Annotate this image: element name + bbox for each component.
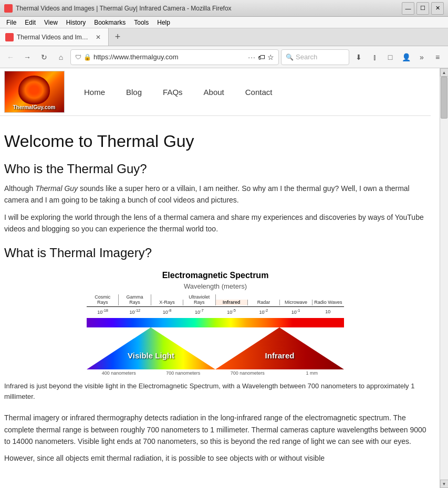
nav-about[interactable]: About xyxy=(193,83,235,101)
menu-bookmarks[interactable]: Bookmarks xyxy=(90,18,130,27)
window-title: Thermal Videos and Images | Thermal Guy|… xyxy=(16,5,232,12)
url-text[interactable]: https://www.thermalguy.com xyxy=(93,53,246,61)
hamburger-menu[interactable]: ≡ xyxy=(430,50,445,65)
num-4: 10-7 xyxy=(183,308,215,315)
label-infrared: Infrared xyxy=(216,300,248,305)
security-icon: 🛡 xyxy=(75,54,81,61)
triangle-container: Visible Light xyxy=(87,327,344,369)
para1-italic: Thermal Guy xyxy=(35,184,78,193)
active-tab[interactable]: Thermal Videos and Images | T ✕ xyxy=(0,28,109,46)
page-content: ThermalGuy.com Home Blog FAQs About Cont… xyxy=(0,68,440,488)
download-icon[interactable]: ⬇ xyxy=(351,50,366,65)
back-button[interactable]: ← xyxy=(3,50,18,65)
site-wrapper: ThermalGuy.com Home Blog FAQs About Cont… xyxy=(0,68,431,480)
main-content: Welcome to Thermal Guy Who is the Therma… xyxy=(0,116,431,480)
num-6: 10-2 xyxy=(247,308,279,315)
menu-help[interactable]: Help xyxy=(153,18,174,27)
label-microwave: Microwave xyxy=(280,300,312,305)
bottom-label-1: 400 nanometers xyxy=(87,370,151,376)
menu-edit[interactable]: Edit xyxy=(20,18,40,27)
tab-close-button[interactable]: ✕ xyxy=(93,33,103,42)
num-8: 10 xyxy=(312,309,344,314)
section2-heading: What is Thermal Imagery? xyxy=(4,246,426,260)
star-icon[interactable]: ☆ xyxy=(267,53,274,61)
nav-home[interactable]: Home xyxy=(74,83,116,101)
para1-before: Although xyxy=(4,184,35,193)
logo-face-image xyxy=(18,76,50,104)
scroll-down-button[interactable]: ▼ xyxy=(440,480,449,488)
menu-file[interactable]: File xyxy=(2,18,20,27)
menu-tools[interactable]: Tools xyxy=(130,18,153,27)
nav-faqs[interactable]: FAQs xyxy=(152,83,193,101)
section1-para1: Although Thermal Guy sounds like a super… xyxy=(4,183,426,206)
label-gamma: GammaRays xyxy=(119,294,151,306)
spectrum-chart: Electromagnetic Spectrum Wavelength (met… xyxy=(87,271,344,376)
bottom-label-2: 700 nanometers xyxy=(151,370,216,376)
logo-image: ThermalGuy.com xyxy=(4,71,65,113)
close-button[interactable]: ✕ xyxy=(431,2,444,15)
nav-extras: ⬇ ⫿ □ 👤 » ≡ xyxy=(351,50,445,65)
browser-icon xyxy=(4,4,13,13)
tab-favicon xyxy=(5,33,14,41)
scrollbar: ▲ ▼ xyxy=(440,68,448,488)
more-options-icon[interactable]: ··· xyxy=(248,53,256,61)
spectrum-numbers: 10-18 10-12 10-8 10-7 10-5 10-2 10-1 10 xyxy=(87,308,344,315)
infrared-caption: Infrared is just beyond the visible ligh… xyxy=(4,381,426,401)
label-radio: Radio Waves xyxy=(312,300,344,305)
label-cosmic: CosmicRays xyxy=(87,294,119,306)
navigation-bar: ← → ↻ ⌂ 🛡 🔒 https://www.thermalguy.com ·… xyxy=(0,46,448,68)
minimize-button[interactable]: — xyxy=(402,2,414,15)
account-icon[interactable]: 👤 xyxy=(399,50,413,65)
maximize-button[interactable]: ☐ xyxy=(416,2,429,15)
label-radar: Radar xyxy=(248,300,280,305)
bottom-label-3: 700 nanometers xyxy=(215,370,280,376)
chart-subtitle: Wavelength (meters) xyxy=(87,282,344,290)
infrared-triangle-svg xyxy=(215,327,344,369)
page-heading: Welcome to Thermal Guy xyxy=(4,132,426,151)
logo-text: ThermalGuy.com xyxy=(5,104,64,110)
scroll-track[interactable] xyxy=(440,77,448,480)
section1-heading: Who is the Thermal Guy? xyxy=(4,162,426,176)
address-bar[interactable]: 🛡 🔒 https://www.thermalguy.com ··· 🏷 ☆ xyxy=(70,49,279,65)
nav-contact[interactable]: Contact xyxy=(235,83,283,101)
tab-title: Thermal Videos and Images | T xyxy=(17,34,90,41)
title-bar-left: Thermal Videos and Images | Thermal Guy|… xyxy=(4,4,232,13)
infrared-label: Infrared xyxy=(215,351,344,360)
search-icon: 🔍 xyxy=(286,54,294,61)
bottom-label-4: 1 mm xyxy=(280,370,345,376)
search-bar[interactable]: 🔍 Search xyxy=(281,49,349,65)
infrared-area: Infrared xyxy=(215,327,344,369)
menu-bar: File Edit View History Bookmarks Tools H… xyxy=(0,17,448,28)
scroll-thumb[interactable] xyxy=(441,77,447,119)
window-controls[interactable]: — ☐ ✕ xyxy=(402,2,444,15)
title-bar: Thermal Videos and Images | Thermal Guy|… xyxy=(0,0,448,17)
spectrum-gradient-bar xyxy=(87,318,344,327)
tab-bar: Thermal Videos and Images | T ✕ + xyxy=(0,28,448,46)
forward-button[interactable]: → xyxy=(20,50,35,65)
nav-blog[interactable]: Blog xyxy=(116,83,152,101)
reload-button[interactable]: ↻ xyxy=(37,50,51,65)
spectrum-bottom-labels: 400 nanometers 700 nanometers 700 nanome… xyxy=(87,370,344,376)
num-7: 10-1 xyxy=(280,308,312,315)
home-button[interactable]: ⌂ xyxy=(54,50,68,65)
synced-tabs-icon[interactable]: □ xyxy=(383,50,398,65)
new-tab-button[interactable]: + xyxy=(109,28,127,46)
overflow-button[interactable]: » xyxy=(414,50,429,65)
scroll-up-button[interactable]: ▲ xyxy=(440,68,449,77)
num-1: 10-18 xyxy=(87,308,119,315)
menu-history[interactable]: History xyxy=(62,18,90,27)
library-icon[interactable]: ⫿ xyxy=(367,50,382,65)
browser-content: ThermalGuy.com Home Blog FAQs About Cont… xyxy=(0,68,448,488)
section1-para2: I will be exploring the world through th… xyxy=(4,211,426,235)
visible-light-label: Visible Light xyxy=(87,351,215,360)
site-logo: ThermalGuy.com xyxy=(0,68,68,115)
bookmark-icon[interactable]: 🏷 xyxy=(258,53,265,61)
label-xray: X-Rays xyxy=(151,300,183,305)
section2-para1: Thermal imagery or infrared thermography… xyxy=(4,412,426,447)
lock-icon: 🔒 xyxy=(84,54,91,61)
menu-view[interactable]: View xyxy=(40,18,62,27)
visible-triangle-svg xyxy=(87,327,215,369)
num-5: 10-5 xyxy=(215,308,247,315)
num-3: 10-8 xyxy=(151,308,183,315)
site-nav: Home Blog FAQs About Contact xyxy=(68,68,431,115)
